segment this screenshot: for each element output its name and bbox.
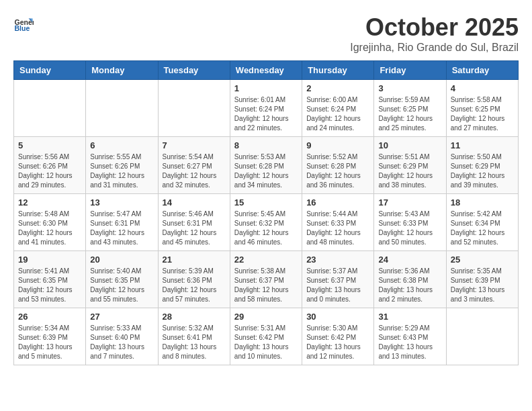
day-info: Sunrise: 5:42 AM Sunset: 6:34 PM Dayligh… <box>451 210 514 247</box>
calendar-cell: 6Sunrise: 5:55 AM Sunset: 6:26 PM Daylig… <box>86 137 158 194</box>
calendar-cell: 17Sunrise: 5:43 AM Sunset: 6:33 PM Dayli… <box>374 194 446 251</box>
day-number: 3 <box>378 83 441 93</box>
calendar-cell: 11Sunrise: 5:50 AM Sunset: 6:29 PM Dayli… <box>446 137 518 194</box>
day-number: 17 <box>378 197 441 208</box>
calendar-table: SundayMondayTuesdayWednesdayThursdayFrid… <box>13 60 519 365</box>
calendar-week-5: 26Sunrise: 5:34 AM Sunset: 6:39 PM Dayli… <box>14 308 519 365</box>
day-info: Sunrise: 5:39 AM Sunset: 6:36 PM Dayligh… <box>163 267 226 304</box>
calendar-cell <box>446 308 518 365</box>
calendar-cell: 12Sunrise: 5:48 AM Sunset: 6:30 PM Dayli… <box>14 194 86 251</box>
calendar-cell: 16Sunrise: 5:44 AM Sunset: 6:33 PM Dayli… <box>302 194 374 251</box>
day-info: Sunrise: 5:32 AM Sunset: 6:41 PM Dayligh… <box>163 324 226 361</box>
day-info: Sunrise: 5:54 AM Sunset: 6:27 PM Dayligh… <box>163 152 226 190</box>
calendar-cell: 27Sunrise: 5:33 AM Sunset: 6:40 PM Dayli… <box>86 308 158 365</box>
calendar-cell: 2Sunrise: 6:00 AM Sunset: 6:24 PM Daylig… <box>302 80 374 137</box>
page-header: General Blue October 2025 Igrejinha, Rio… <box>13 13 519 54</box>
calendar-cell <box>14 80 86 137</box>
day-info: Sunrise: 5:31 AM Sunset: 6:42 PM Dayligh… <box>234 324 298 361</box>
calendar-cell: 10Sunrise: 5:51 AM Sunset: 6:29 PM Dayli… <box>374 137 446 194</box>
day-info: Sunrise: 5:33 AM Sunset: 6:40 PM Dayligh… <box>90 324 153 361</box>
day-number: 31 <box>378 312 441 322</box>
calendar-cell: 8Sunrise: 5:53 AM Sunset: 6:28 PM Daylig… <box>230 137 302 194</box>
calendar-cell: 28Sunrise: 5:32 AM Sunset: 6:41 PM Dayli… <box>158 308 230 365</box>
calendar-cell: 3Sunrise: 5:59 AM Sunset: 6:25 PM Daylig… <box>374 80 446 137</box>
day-info: Sunrise: 5:47 AM Sunset: 6:31 PM Dayligh… <box>90 210 153 247</box>
day-info: Sunrise: 5:29 AM Sunset: 6:43 PM Dayligh… <box>378 324 441 361</box>
weekday-header-friday: Friday <box>374 61 446 80</box>
calendar-cell: 31Sunrise: 5:29 AM Sunset: 6:43 PM Dayli… <box>374 308 446 365</box>
day-info: Sunrise: 5:56 AM Sunset: 6:26 PM Dayligh… <box>18 152 81 190</box>
day-number: 15 <box>234 197 298 208</box>
day-number: 20 <box>90 255 153 265</box>
day-number: 8 <box>234 140 298 150</box>
day-info: Sunrise: 5:30 AM Sunset: 6:42 PM Dayligh… <box>306 324 369 361</box>
calendar-cell: 9Sunrise: 5:52 AM Sunset: 6:28 PM Daylig… <box>302 137 374 194</box>
day-info: Sunrise: 5:46 AM Sunset: 6:31 PM Dayligh… <box>163 210 226 247</box>
day-number: 23 <box>306 255 369 265</box>
day-number: 26 <box>18 312 81 322</box>
weekday-header-saturday: Saturday <box>446 61 518 80</box>
day-info: Sunrise: 5:35 AM Sunset: 6:39 PM Dayligh… <box>451 267 514 304</box>
day-number: 5 <box>18 140 81 150</box>
day-info: Sunrise: 5:52 AM Sunset: 6:28 PM Dayligh… <box>306 152 369 190</box>
day-number: 27 <box>90 312 153 322</box>
calendar-cell: 7Sunrise: 5:54 AM Sunset: 6:27 PM Daylig… <box>158 137 230 194</box>
day-number: 30 <box>306 312 369 322</box>
logo-icon: General Blue <box>13 13 34 34</box>
day-info: Sunrise: 5:38 AM Sunset: 6:37 PM Dayligh… <box>234 267 298 304</box>
day-number: 28 <box>163 312 226 322</box>
weekday-header-sunday: Sunday <box>14 61 86 80</box>
day-number: 22 <box>234 255 298 265</box>
day-number: 4 <box>451 83 514 93</box>
day-info: Sunrise: 6:00 AM Sunset: 6:24 PM Dayligh… <box>306 95 369 133</box>
day-info: Sunrise: 5:58 AM Sunset: 6:25 PM Dayligh… <box>451 95 514 133</box>
calendar-cell: 29Sunrise: 5:31 AM Sunset: 6:42 PM Dayli… <box>230 308 302 365</box>
calendar-cell: 18Sunrise: 5:42 AM Sunset: 6:34 PM Dayli… <box>446 194 518 251</box>
day-number: 14 <box>163 197 226 208</box>
day-info: Sunrise: 5:51 AM Sunset: 6:29 PM Dayligh… <box>378 152 441 190</box>
day-number: 12 <box>18 197 81 208</box>
calendar-cell <box>86 80 158 137</box>
day-info: Sunrise: 5:34 AM Sunset: 6:39 PM Dayligh… <box>18 324 81 361</box>
calendar-week-3: 12Sunrise: 5:48 AM Sunset: 6:30 PM Dayli… <box>14 194 519 251</box>
calendar-cell: 22Sunrise: 5:38 AM Sunset: 6:37 PM Dayli… <box>230 251 302 308</box>
calendar-cell: 24Sunrise: 5:36 AM Sunset: 6:38 PM Dayli… <box>374 251 446 308</box>
logo: General Blue <box>13 13 34 34</box>
day-number: 13 <box>90 197 153 208</box>
calendar-cell: 25Sunrise: 5:35 AM Sunset: 6:39 PM Dayli… <box>446 251 518 308</box>
day-info: Sunrise: 5:40 AM Sunset: 6:35 PM Dayligh… <box>90 267 153 304</box>
calendar-week-2: 5Sunrise: 5:56 AM Sunset: 6:26 PM Daylig… <box>14 137 519 194</box>
day-info: Sunrise: 5:36 AM Sunset: 6:38 PM Dayligh… <box>378 267 441 304</box>
day-number: 9 <box>306 140 369 150</box>
day-info: Sunrise: 5:45 AM Sunset: 6:32 PM Dayligh… <box>234 210 298 247</box>
day-info: Sunrise: 5:53 AM Sunset: 6:28 PM Dayligh… <box>234 152 298 190</box>
day-number: 18 <box>451 197 514 208</box>
weekday-header-tuesday: Tuesday <box>158 61 230 80</box>
day-info: Sunrise: 5:50 AM Sunset: 6:29 PM Dayligh… <box>451 152 514 190</box>
location-title: Igrejinha, Rio Grande do Sul, Brazil <box>350 42 519 54</box>
title-section: October 2025 Igrejinha, Rio Grande do Su… <box>350 13 519 54</box>
day-info: Sunrise: 5:44 AM Sunset: 6:33 PM Dayligh… <box>306 210 369 247</box>
day-info: Sunrise: 5:48 AM Sunset: 6:30 PM Dayligh… <box>18 210 81 247</box>
calendar-cell: 23Sunrise: 5:37 AM Sunset: 6:37 PM Dayli… <box>302 251 374 308</box>
month-title: October 2025 <box>350 13 519 42</box>
day-info: Sunrise: 5:43 AM Sunset: 6:33 PM Dayligh… <box>378 210 441 247</box>
day-info: Sunrise: 5:55 AM Sunset: 6:26 PM Dayligh… <box>90 152 153 190</box>
calendar-cell: 20Sunrise: 5:40 AM Sunset: 6:35 PM Dayli… <box>86 251 158 308</box>
day-number: 2 <box>306 83 369 93</box>
calendar-cell: 19Sunrise: 5:41 AM Sunset: 6:35 PM Dayli… <box>14 251 86 308</box>
weekday-header-row: SundayMondayTuesdayWednesdayThursdayFrid… <box>14 61 519 80</box>
calendar-week-1: 1Sunrise: 6:01 AM Sunset: 6:24 PM Daylig… <box>14 80 519 137</box>
day-number: 11 <box>451 140 514 150</box>
calendar-cell: 5Sunrise: 5:56 AM Sunset: 6:26 PM Daylig… <box>14 137 86 194</box>
calendar-cell <box>158 80 230 137</box>
day-number: 29 <box>234 312 298 322</box>
day-info: Sunrise: 6:01 AM Sunset: 6:24 PM Dayligh… <box>234 95 298 133</box>
day-number: 21 <box>163 255 226 265</box>
calendar-cell: 13Sunrise: 5:47 AM Sunset: 6:31 PM Dayli… <box>86 194 158 251</box>
day-number: 6 <box>90 140 153 150</box>
day-number: 7 <box>163 140 226 150</box>
weekday-header-monday: Monday <box>86 61 158 80</box>
calendar-cell: 15Sunrise: 5:45 AM Sunset: 6:32 PM Dayli… <box>230 194 302 251</box>
calendar-cell: 21Sunrise: 5:39 AM Sunset: 6:36 PM Dayli… <box>158 251 230 308</box>
